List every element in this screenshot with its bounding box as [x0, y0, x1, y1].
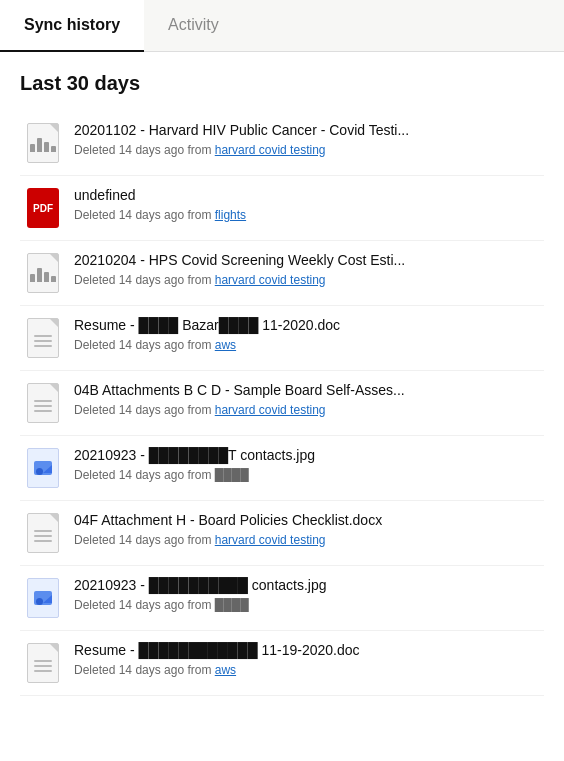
- file-name: 04B Attachments B C D - Sample Board Sel…: [74, 381, 540, 401]
- file-icon-container: [24, 381, 62, 425]
- list-item: 04F Attachment H - Board Policies Checkl…: [20, 501, 544, 566]
- file-action: Deleted 14 days ago from: [74, 143, 215, 157]
- list-item: Resume - ████████████ 11-19-2020.doc Del…: [20, 631, 544, 696]
- file-info: 20210204 - HPS Covid Screening Weekly Co…: [74, 251, 540, 287]
- doc-icon: [27, 318, 59, 358]
- file-icon-container: [24, 316, 62, 360]
- file-info: 04F Attachment H - Board Policies Checkl…: [74, 511, 540, 547]
- file-name: 20210204 - HPS Covid Screening Weekly Co…: [74, 251, 540, 271]
- file-name: 04F Attachment H - Board Policies Checkl…: [74, 511, 540, 531]
- file-meta: Deleted 14 days ago from harvard covid t…: [74, 143, 540, 157]
- file-info: 04B Attachments B C D - Sample Board Sel…: [74, 381, 540, 417]
- file-icon-container: [24, 121, 62, 165]
- location-link[interactable]: harvard covid testing: [215, 533, 326, 547]
- file-icon-container: [24, 641, 62, 685]
- image-icon: [27, 448, 59, 488]
- file-name: 20210923 - ██████████ contacts.jpg: [74, 576, 540, 596]
- tab-sync-history[interactable]: Sync history: [0, 0, 144, 52]
- file-meta: Deleted 14 days ago from harvard covid t…: [74, 403, 540, 417]
- file-meta: Deleted 14 days ago from aws: [74, 338, 540, 352]
- file-meta: Deleted 14 days ago from aws: [74, 663, 540, 677]
- file-info: 20201102 - Harvard HIV Public Cancer - C…: [74, 121, 540, 157]
- file-action: Deleted 14 days ago from: [74, 208, 215, 222]
- file-icon-container: PDF: [24, 186, 62, 230]
- file-action: Deleted 14 days ago from: [74, 663, 215, 677]
- file-meta: Deleted 14 days ago from ████: [74, 468, 540, 482]
- location-link[interactable]: harvard covid testing: [215, 143, 326, 157]
- location-text: ████: [215, 468, 249, 482]
- file-action: Deleted 14 days ago from: [74, 338, 215, 352]
- file-meta: Deleted 14 days ago from flights: [74, 208, 540, 222]
- file-icon-container: [24, 576, 62, 620]
- pdf-icon: PDF: [27, 188, 59, 228]
- location-link[interactable]: aws: [215, 338, 236, 352]
- tabs-container: Sync history Activity: [0, 0, 564, 52]
- file-icon-container: [24, 251, 62, 295]
- file-info: Resume - ████████████ 11-19-2020.doc Del…: [74, 641, 540, 677]
- list-item: 04B Attachments B C D - Sample Board Sel…: [20, 371, 544, 436]
- list-item: 20210923 - ████████T contacts.jpg Delete…: [20, 436, 544, 501]
- list-item: 20201102 - Harvard HIV Public Cancer - C…: [20, 111, 544, 176]
- location-link[interactable]: flights: [215, 208, 246, 222]
- main-content: Last 30 days 20201102 - Harvard HIV Publ…: [0, 52, 564, 716]
- file-info: Resume - ████ Bazar████ 11-2020.doc Dele…: [74, 316, 540, 352]
- section-title: Last 30 days: [20, 72, 544, 95]
- file-info: 20210923 - ██████████ contacts.jpg Delet…: [74, 576, 540, 612]
- file-action: Deleted 14 days ago from: [74, 403, 215, 417]
- file-name: 20201102 - Harvard HIV Public Cancer - C…: [74, 121, 540, 141]
- file-meta: Deleted 14 days ago from ████: [74, 598, 540, 612]
- doc-icon: [27, 513, 59, 553]
- file-list: 20201102 - Harvard HIV Public Cancer - C…: [20, 111, 544, 696]
- sheet-icon: [27, 253, 59, 293]
- location-link[interactable]: aws: [215, 663, 236, 677]
- doc-icon: [27, 643, 59, 683]
- image-icon: [27, 578, 59, 618]
- file-action: Deleted 14 days ago from: [74, 598, 215, 612]
- list-item: 20210204 - HPS Covid Screening Weekly Co…: [20, 241, 544, 306]
- file-action: Deleted 14 days ago from: [74, 533, 215, 547]
- file-name: Resume - ████ Bazar████ 11-2020.doc: [74, 316, 540, 336]
- doc-icon: [27, 383, 59, 423]
- file-action: Deleted 14 days ago from: [74, 468, 215, 482]
- file-meta: Deleted 14 days ago from harvard covid t…: [74, 273, 540, 287]
- file-icon-container: [24, 446, 62, 490]
- file-meta: Deleted 14 days ago from harvard covid t…: [74, 533, 540, 547]
- sheet-icon: [27, 123, 59, 163]
- file-name: 20210923 - ████████T contacts.jpg: [74, 446, 540, 466]
- list-item: PDF undefined Deleted 14 days ago from f…: [20, 176, 544, 241]
- file-action: Deleted 14 days ago from: [74, 273, 215, 287]
- file-info: 20210923 - ████████T contacts.jpg Delete…: [74, 446, 540, 482]
- tab-activity[interactable]: Activity: [144, 0, 243, 52]
- file-name: undefined: [74, 186, 540, 206]
- list-item: 20210923 - ██████████ contacts.jpg Delet…: [20, 566, 544, 631]
- list-item: Resume - ████ Bazar████ 11-2020.doc Dele…: [20, 306, 544, 371]
- location-link[interactable]: harvard covid testing: [215, 403, 326, 417]
- location-link[interactable]: harvard covid testing: [215, 273, 326, 287]
- file-icon-container: [24, 511, 62, 555]
- file-info: undefined Deleted 14 days ago from fligh…: [74, 186, 540, 222]
- file-name: Resume - ████████████ 11-19-2020.doc: [74, 641, 540, 661]
- location-text: ████: [215, 598, 249, 612]
